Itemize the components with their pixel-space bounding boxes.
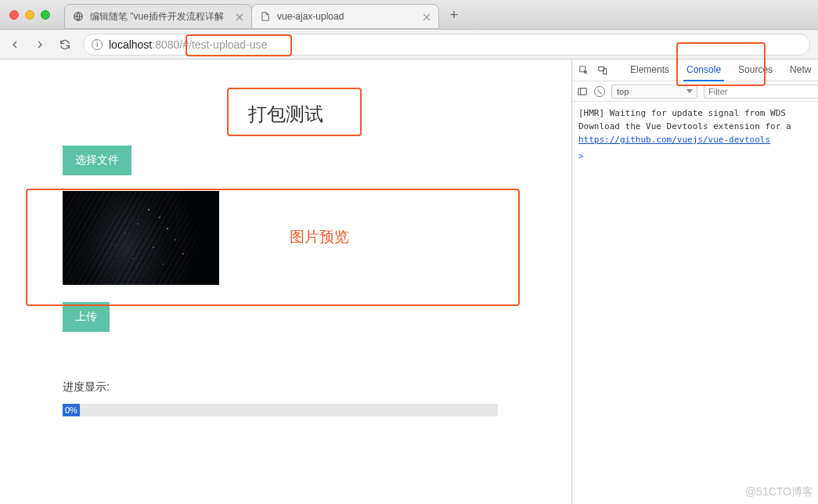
choose-file-button[interactable]: 选择文件 [63, 146, 132, 175]
devtools-tab-console[interactable]: Console [683, 59, 724, 81]
progress-value: 0% [63, 404, 80, 416]
device-toolbar-icon[interactable] [597, 64, 608, 76]
svg-rect-4 [578, 88, 587, 94]
tab-1-title: 编辑随笔 "vue插件开发流程详解 [90, 10, 229, 23]
site-info-icon[interactable]: i [92, 39, 103, 50]
console-line: Download the Vue Devtools extension for … [578, 120, 812, 133]
minimize-window-button[interactable] [25, 10, 34, 20]
execution-context-value: top [617, 87, 629, 96]
devtools-panel: Elements Console Sources Netw top [HMR] … [571, 59, 818, 504]
inspect-element-icon[interactable] [578, 64, 589, 76]
clear-console-icon[interactable] [594, 85, 605, 97]
url-host: localhost [109, 38, 152, 51]
console-filter-input[interactable] [704, 85, 818, 99]
devtools-tab-sources[interactable]: Sources [735, 59, 776, 81]
console-output: [HMR] Waiting for update signal from WDS… [572, 102, 818, 167]
devtools-tab-elements[interactable]: Elements [627, 59, 672, 81]
browser-tab-2[interactable]: vue-ajax-upload [251, 4, 439, 29]
console-line: [HMR] Waiting for update signal from WDS [578, 106, 812, 120]
new-tab-button[interactable]: + [443, 4, 465, 26]
console-prompt[interactable]: > [578, 149, 812, 163]
browser-toolbar: i localhost:8080/#/test-upload-use [0, 30, 818, 59]
address-bar[interactable]: i localhost:8080/#/test-upload-use [83, 34, 810, 56]
devtools-tabs: Elements Console Sources Netw [627, 59, 814, 81]
upload-button[interactable]: 上传 [63, 302, 110, 332]
watermark: @51CTO博客 [745, 485, 813, 499]
console-sidebar-icon[interactable] [577, 85, 588, 97]
tab-1-close-icon[interactable] [236, 13, 243, 20]
devtools-tab-network[interactable]: Netw [787, 59, 814, 81]
reload-button[interactable] [58, 38, 72, 52]
progress-section: 进度显示: 0% [63, 380, 501, 416]
close-window-button[interactable] [9, 10, 19, 20]
maximize-window-button[interactable] [41, 10, 50, 20]
tab-2-favicon [260, 11, 271, 22]
tab-2-title: vue-ajax-upload [277, 11, 416, 22]
browser-tabs: 编辑随笔 "vue插件开发流程详解 vue-ajax-upload + [64, 4, 465, 29]
progress-bar: 0% [63, 404, 498, 416]
console-toolbar: top [572, 81, 818, 102]
back-button[interactable] [8, 38, 22, 52]
devtools-tabstrip: Elements Console Sources Netw [572, 59, 818, 81]
url-path: /#/test-upload-use [179, 38, 267, 51]
forward-button[interactable] [33, 38, 47, 52]
execution-context-select[interactable]: top [611, 85, 697, 99]
browser-tab-1[interactable]: 编辑随笔 "vue插件开发流程详解 [64, 4, 252, 29]
window-controls [9, 10, 50, 20]
tab-1-favicon [73, 11, 84, 22]
image-preview [63, 191, 219, 285]
window-titlebar: 编辑随笔 "vue插件开发流程详解 vue-ajax-upload + [0, 0, 818, 30]
console-link[interactable]: https://github.com/vuejs/vue-devtools [578, 135, 770, 145]
url-port: :8080 [152, 38, 179, 51]
page-heading: 打包测试 [0, 102, 571, 127]
url-text: localhost:8080/#/test-upload-use [109, 38, 267, 51]
tab-2-close-icon[interactable] [423, 13, 431, 20]
progress-label: 进度显示: [63, 380, 501, 394]
page-content: 打包测试 选择文件 上传 进度显示: 0% [0, 59, 571, 504]
